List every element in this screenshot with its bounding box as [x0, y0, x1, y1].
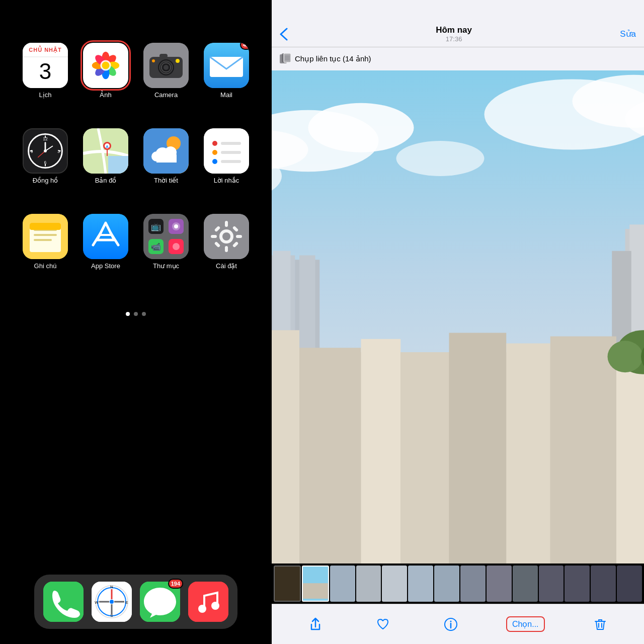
app-maps[interactable]: A Bản đồ — [78, 126, 133, 206]
page-dots — [126, 312, 146, 316]
app-mail[interactable]: 41 Mail — [199, 40, 254, 121]
svg-point-159 — [450, 620, 451, 622]
svg-rect-84 — [211, 235, 217, 238]
svg-rect-42 — [108, 156, 128, 174]
dock-safari[interactable]: N S W E — [92, 582, 132, 622]
delete-button[interactable] — [588, 612, 612, 636]
reminders-icon — [204, 128, 249, 174]
thumb-2[interactable] — [302, 566, 329, 602]
svg-rect-143 — [506, 344, 550, 564]
photos-icon — [83, 43, 128, 88]
main-photo[interactable] — [272, 70, 644, 564]
notes-icon — [23, 214, 68, 259]
svg-point-106 — [198, 605, 206, 613]
svg-rect-142 — [449, 333, 507, 564]
svg-point-55 — [212, 150, 217, 155]
appstore-icon — [83, 214, 128, 259]
svg-rect-156 — [303, 583, 328, 599]
thumb-3[interactable] — [330, 566, 355, 602]
folder-icon: 📺 📹 — [143, 214, 189, 259]
dock-messages[interactable]: 194 — [140, 582, 180, 622]
back-button[interactable] — [280, 28, 288, 41]
thumb-1[interactable] — [274, 566, 301, 602]
header-title: Hôm nay — [436, 25, 472, 35]
app-camera[interactable]: Camera — [138, 40, 194, 121]
svg-rect-145 — [616, 348, 644, 564]
svg-point-78 — [173, 243, 180, 250]
svg-point-103 — [110, 600, 114, 604]
svg-rect-51 — [156, 154, 177, 163]
thumbnail-strip[interactable] — [272, 564, 644, 604]
photos-toolbar: Chọn... — [272, 604, 644, 644]
svg-point-15 — [102, 61, 109, 69]
svg-rect-82 — [225, 221, 228, 227]
app-photos[interactable]: Ảnh — [78, 40, 133, 121]
app-clock[interactable]: 12 6 9 3 Đồng hồ — [18, 126, 73, 206]
thumb-9[interactable] — [487, 566, 512, 602]
svg-rect-140 — [361, 339, 401, 564]
thumb-10[interactable] — [513, 566, 538, 602]
svg-rect-54 — [221, 142, 241, 145]
mail-icon: 41 — [204, 43, 249, 88]
svg-point-57 — [212, 159, 217, 164]
app-grid: CHỦ NHẬT 3 Lịch — [8, 30, 264, 302]
svg-rect-105 — [188, 582, 228, 622]
app-folder[interactable]: 📺 📹 Thư mục — [138, 211, 194, 292]
maps-label: Bản đồ — [95, 177, 117, 184]
heart-button[interactable] — [371, 612, 395, 636]
thumb-11[interactable] — [539, 566, 564, 602]
thumb-4[interactable] — [356, 566, 381, 602]
svg-text:3: 3 — [57, 149, 60, 154]
mail-label: Mail — [220, 91, 232, 99]
settings-label: Cài đặt — [216, 262, 237, 270]
photos-label: Ảnh — [100, 91, 111, 99]
svg-text:S: S — [110, 613, 113, 618]
app-appstore[interactable]: App Store — [78, 211, 133, 292]
burst-label-row: Chụp liên tục (14 ảnh) — [272, 47, 644, 70]
svg-text:📹: 📹 — [151, 242, 161, 252]
svg-rect-56 — [221, 151, 241, 154]
svg-text:A: A — [106, 144, 109, 149]
thumb-13[interactable] — [591, 566, 616, 602]
thumb-7[interactable] — [434, 566, 459, 602]
calendar-label: Lịch — [39, 91, 52, 99]
thumb-12[interactable] — [565, 566, 590, 602]
svg-point-114 — [308, 103, 414, 152]
app-calendar[interactable]: CHỦ NHẬT 3 Lịch — [18, 40, 73, 121]
svg-text:W: W — [95, 600, 99, 605]
select-button[interactable]: Chọn... — [506, 616, 545, 632]
header-subtitle: 17:36 — [436, 35, 472, 43]
dock-music[interactable] — [188, 582, 228, 622]
messages-badge: 194 — [168, 579, 183, 589]
thumb-5[interactable] — [382, 566, 407, 602]
app-reminders[interactable]: Lời nhắc — [199, 126, 254, 206]
svg-rect-139 — [299, 348, 361, 564]
app-weather[interactable]: Thời tiết — [138, 126, 194, 206]
svg-point-107 — [211, 602, 219, 610]
dock-phone[interactable] — [43, 582, 84, 622]
app-settings[interactable]: Cài đặt — [199, 211, 254, 292]
thumb-14[interactable] — [617, 566, 642, 602]
svg-text:📺: 📺 — [151, 222, 161, 231]
info-button[interactable] — [439, 612, 463, 636]
svg-text:3: 3 — [39, 59, 51, 84]
thumb-6[interactable] — [408, 566, 433, 602]
page-dot-2 — [134, 312, 138, 316]
thumb-8[interactable] — [460, 566, 486, 602]
svg-text:9: 9 — [31, 149, 33, 154]
svg-rect-58 — [221, 160, 241, 163]
reminders-label: Lời nhắc — [214, 177, 239, 184]
svg-rect-83 — [225, 246, 228, 252]
share-button[interactable] — [303, 612, 328, 636]
page-dot-3 — [142, 312, 146, 316]
select-label: Chọn... — [512, 619, 539, 629]
svg-point-53 — [212, 141, 217, 146]
svg-text:6: 6 — [44, 160, 47, 165]
svg-point-21 — [164, 65, 169, 70]
svg-text:CHỦ NHẬT: CHỦ NHẬT — [29, 45, 62, 53]
weather-label: Thời tiết — [154, 177, 178, 184]
app-notes[interactable]: Ghi chú — [18, 211, 73, 292]
home-screen: CHỦ NHẬT 3 Lịch — [0, 0, 272, 644]
svg-point-40 — [44, 149, 47, 152]
edit-button[interactable]: Sửa — [620, 29, 636, 39]
